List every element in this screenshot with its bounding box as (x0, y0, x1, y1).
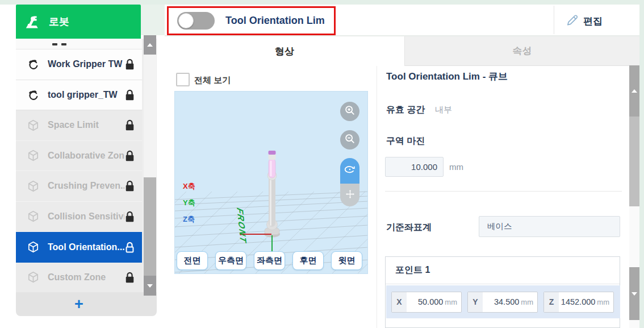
top-bar-divider (554, 6, 554, 34)
sidebar-item-tool-orientation[interactable]: Tool Orientation... (16, 232, 142, 263)
coord-axis-label: Z (544, 292, 559, 312)
toggle-knob (178, 13, 194, 28)
zone-margin-input[interactable]: 10.000 (385, 157, 444, 177)
zoom-out-icon (344, 132, 356, 147)
zone-margin-label: 구역 마진 (386, 135, 425, 147)
view-button-우측면[interactable]: 우측면 (215, 251, 246, 270)
sidebar-title: 로봇 (49, 15, 69, 28)
viewer-3d-canvas[interactable]: FRONT (174, 91, 368, 274)
sidebar-item-label: Crushing Preven... (48, 181, 124, 191)
header-gap (141, 5, 165, 35)
coord-unit: mm (519, 298, 537, 306)
coord-unit: mm (443, 298, 461, 306)
coord-value: 50.000 (407, 297, 443, 306)
move-icon (345, 189, 356, 202)
scroll-down-button[interactable] (629, 267, 639, 320)
tab-shape[interactable]: 형상 (165, 36, 404, 66)
lock-icon (124, 119, 135, 131)
point1-title: 포인트 1 (395, 264, 430, 276)
lock-icon (124, 271, 135, 284)
scrollbar-thumb[interactable] (629, 117, 639, 206)
coord-field-y[interactable]: Y34.500mm (467, 292, 538, 313)
view-button-좌측면[interactable]: 좌측면 (254, 251, 285, 270)
valid-space-label: 유효 공간 (386, 104, 425, 116)
rotate-mode-button[interactable] (340, 158, 359, 184)
scroll-up-button[interactable] (629, 65, 639, 117)
sidebar-header: 로봇 (16, 5, 141, 39)
cube-icon (26, 210, 40, 223)
cube-icon (26, 119, 40, 132)
scrollbar-thumb[interactable] (144, 177, 156, 276)
arrow-down-icon (147, 284, 153, 288)
cube-icon (26, 180, 40, 193)
valid-space-value: 내부 (435, 105, 452, 115)
properties-scrollbar[interactable] (629, 65, 639, 328)
floor-grid-and-robot (175, 92, 368, 274)
coord-value: 34.500 (483, 297, 519, 306)
sidebar-scrollbar[interactable] (144, 35, 156, 296)
floor-front-label: FRONT (235, 201, 249, 251)
sidebar-item-collaborative-zone[interactable]: Collaborative Zone (16, 141, 142, 172)
arrow-up-icon (632, 89, 637, 93)
sidebar-item-tool-gripper-tw[interactable]: tool gripper_TW (16, 80, 142, 111)
axis-label-z축: Z축 (183, 214, 195, 225)
page-top-margin (0, 0, 644, 5)
content-divider (377, 66, 377, 328)
coord-field-x[interactable]: X50.000mm (391, 292, 462, 313)
clipped-glyph (52, 43, 57, 45)
sidebar-item-work-gripper-tw[interactable]: Work Gripper TW (16, 49, 142, 80)
sidebar-item-space-limit[interactable]: Space Limit (16, 110, 142, 141)
gripper-icon (26, 88, 40, 102)
sidebar-item-label: Space Limit (48, 120, 124, 130)
edit-button-label: 편집 (583, 15, 603, 28)
scroll-up-button[interactable] (144, 35, 156, 55)
sidebar-item-label: Collision Sensitivit (48, 211, 124, 222)
lock-icon (124, 180, 135, 192)
sidebar-list: Work Gripper TWtool gripper_TWSpace Limi… (16, 39, 142, 292)
sidebar-item-label: Custom Zone (48, 272, 124, 283)
view-button-전면[interactable]: 전면 (177, 251, 208, 270)
lock-icon (124, 150, 135, 162)
coord-unit: mm (595, 298, 613, 306)
sidebar-item-custom-zone[interactable]: Custom Zone (16, 263, 142, 293)
show-all-label: 전체 보기 (194, 75, 231, 86)
plus-icon: + (16, 293, 142, 315)
cube-icon (26, 149, 40, 162)
rotate-3d-icon (344, 164, 356, 178)
lock-icon (124, 241, 135, 254)
zone-detail-title: Tool Orientation Lim - 큐브 (386, 70, 508, 83)
clipped-list-item[interactable] (16, 39, 142, 49)
cube-icon (26, 240, 40, 254)
lock-icon (124, 58, 135, 70)
reference-frame-label: 기준좌표계 (386, 222, 432, 234)
tab-properties[interactable]: 속성 (404, 36, 639, 66)
axis-label-y축: Y축 (183, 198, 195, 208)
page-right-margin (639, 0, 644, 328)
point1-coord-row: X50.000mmY34.500mmZ1452.000mm (386, 285, 620, 318)
sidebar-item-collision-sensitivit[interactable]: Collision Sensitivit (16, 202, 142, 232)
pencil-icon (565, 13, 579, 30)
scroll-down-button[interactable] (144, 276, 156, 296)
robot-safety-zone-screen: 로봇 Work Gripper TWtool gripper_TWSpace L… (0, 0, 644, 328)
coord-value: 1452.000 (559, 297, 595, 306)
sidebar-item-crushing-preven[interactable]: Crushing Preven... (16, 171, 142, 202)
zoom-out-button[interactable] (340, 130, 359, 150)
view-button-윗면[interactable]: 윗면 (331, 251, 362, 270)
coord-field-z[interactable]: Z1452.000mm (543, 292, 614, 313)
show-all-checkbox[interactable] (176, 73, 190, 86)
lock-icon (124, 210, 135, 223)
point1-divider (386, 284, 620, 284)
edit-button[interactable]: 편집 (565, 10, 628, 32)
zone-enable-toggle[interactable] (177, 12, 215, 30)
gripper-icon (26, 57, 40, 71)
view-button-후면[interactable]: 후면 (292, 251, 324, 270)
sidebar-item-label: tool gripper_TW (48, 90, 124, 100)
add-zone-button[interactable]: + (16, 292, 157, 316)
point1-box: 포인트 1 X50.000mmY34.500mmZ1452.000mm (385, 256, 620, 328)
coord-axis-label: Y (468, 292, 483, 312)
tab-shape-label: 형상 (275, 45, 294, 58)
zoom-in-button[interactable] (340, 102, 359, 121)
reference-frame-input[interactable]: 베이스 (479, 216, 620, 237)
lock-icon (124, 89, 135, 101)
pan-mode-button[interactable] (340, 184, 359, 206)
